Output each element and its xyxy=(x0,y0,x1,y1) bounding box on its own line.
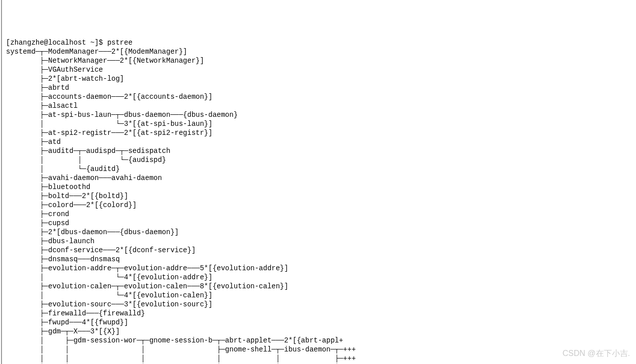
pstree-line: ├─cupsd xyxy=(6,219,69,227)
pstree-line: ├─fwupd───4*[{fwupd}] xyxy=(6,318,128,326)
pstree-line: ├─evolution-addre─┬─evolution-addre───5*… xyxy=(6,264,288,272)
pstree-line: ├─2*[dbus-daemon───{dbus-daemon}] xyxy=(6,228,179,236)
pstree-line: ├─evolution-calen─┬─evolution-calen───8*… xyxy=(6,282,288,290)
pstree-line: ├─dconf-service───2*[{dconf-service}] xyxy=(6,246,196,254)
pstree-line: ├─gdm─┬─X───3*[{X}] xyxy=(6,327,120,335)
pstree-line: ├─accounts-daemon───2*[{accounts-daemon}… xyxy=(6,93,213,101)
pstree-line: ├─bluetoothd xyxy=(6,183,90,191)
pstree-line: ├─dnsmasq───dnsmasq xyxy=(6,255,120,263)
pstree-line: ├─evolution-sourc───3*[{evolution-sourc}… xyxy=(6,300,213,308)
pstree-line: │ └─4*[{evolution-addre}] xyxy=(6,273,213,281)
pstree-line: │ ├─gdm-session-wor─┬─gnome-session-b─┬─… xyxy=(6,336,343,344)
pstree-line: ├─alsactl xyxy=(6,102,78,110)
pstree-line: ├─crond xyxy=(6,210,69,218)
pstree-line: │ │ │ │ │ ├─+++ xyxy=(6,354,356,362)
pstree-line: │ └─3*[{at-spi-bus-laun}] xyxy=(6,120,213,128)
pstree-line: ├─auditd─┬─audispd─┬─sedispatch xyxy=(6,147,171,155)
pstree-line: ├─boltd───2*[{boltd}] xyxy=(6,192,128,200)
pstree-line: │ └─{auditd} xyxy=(6,165,120,173)
pstree-line: ├─NetworkManager───2*[{NetworkManager}] xyxy=(6,57,204,65)
terminal-output: [zhangzhe@localhost ~]$ pstree systemd─┬… xyxy=(6,38,632,364)
pstree-line: ├─atd xyxy=(6,138,61,146)
pstree-line: systemd─┬─ModemManager───2*[{ModemManage… xyxy=(6,48,187,56)
pstree-line: │ │ └─{audispd} xyxy=(6,156,166,164)
pstree-line: │ └─4*[{evolution-calen}] xyxy=(6,291,213,299)
pstree-line: ├─VGAuthService xyxy=(6,66,103,74)
watermark-text: CSDN @在下小吉. xyxy=(563,349,630,358)
shell-prompt: [zhangzhe@localhost ~]$ pstree xyxy=(6,39,132,47)
pstree-line: ├─dbus-launch xyxy=(6,237,94,245)
pstree-line: ├─abrtd xyxy=(6,84,69,92)
pstree-line: ├─colord───2*[{colord}] xyxy=(6,201,136,209)
pstree-line: ├─avahi-daemon───avahi-daemon xyxy=(6,174,162,182)
pstree-line: ├─firewalld───{firewalld} xyxy=(6,309,145,317)
pstree-line: ├─at-spi-bus-laun─┬─dbus-daemon───{dbus-… xyxy=(6,111,238,119)
pstree-line: │ │ │ ├─gnome-shell─┬─ibus-daemon─┬─+++ xyxy=(6,345,356,353)
pstree-line: ├─at-spi2-registr───2*[{at-spi2-registr}… xyxy=(6,129,213,137)
pstree-line: ├─2*[abrt-watch-log] xyxy=(6,75,124,83)
